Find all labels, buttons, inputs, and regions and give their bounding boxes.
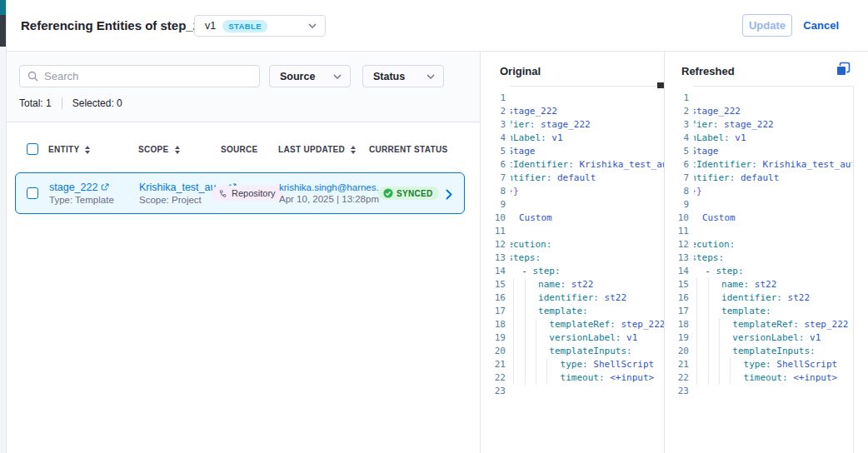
total-count: Total: 1	[19, 97, 52, 109]
indent-guide	[525, 345, 526, 358]
sort-icon[interactable]	[175, 146, 180, 154]
diff-header: Original Refreshed	[481, 52, 868, 86]
indent-guide	[708, 318, 709, 331]
code-line: 19versionLabel: v1	[664, 331, 852, 345]
indent-guide	[730, 371, 731, 385]
line-number: 1	[664, 92, 689, 105]
line-number: 6	[664, 158, 689, 172]
indent-guide	[719, 358, 720, 371]
line-number: 12	[664, 238, 689, 251]
code-line: 22timeout: <+input>	[481, 371, 664, 385]
indent-guide	[513, 371, 514, 385]
line-number: 21	[664, 358, 689, 371]
code-line: 4nLabel: v1	[481, 132, 664, 145]
line-number: 23	[481, 385, 506, 398]
indent-guide	[708, 331, 709, 345]
line-number: 14	[664, 265, 689, 278]
filter-bar: Source Status Total: 1 Selected: 0	[7, 52, 480, 122]
line-number: 4	[481, 132, 506, 145]
source-filter-dropdown[interactable]: Source	[269, 65, 351, 87]
code-line: 1	[481, 92, 664, 105]
indent-guide	[513, 278, 514, 291]
code-line: 15name: st22	[481, 278, 664, 291]
entity-name-link[interactable]: stage_222	[49, 182, 97, 193]
cancel-button[interactable]: Cancel	[803, 19, 839, 32]
code-line: 7ntifier: default	[481, 172, 664, 185]
chevron-right-icon[interactable]	[446, 189, 453, 200]
indent-guide	[525, 278, 526, 291]
indent-guide	[536, 371, 536, 385]
code-line: 2stage_222	[481, 105, 664, 118]
indent-guide	[513, 305, 514, 318]
indent-guide	[696, 305, 697, 318]
code-line: 10Custom	[481, 212, 664, 225]
code-line: 8{}	[481, 185, 664, 198]
indent-guide	[696, 278, 697, 291]
code-line: 1	[664, 92, 852, 105]
indent-guide	[696, 371, 697, 385]
source-badge-label: Repository	[232, 188, 276, 198]
indent-guide	[708, 278, 709, 291]
indent-guide	[525, 318, 526, 331]
search-input[interactable]	[44, 70, 252, 82]
row-checkbox[interactable]	[27, 187, 38, 199]
status-filter-dropdown[interactable]: Status	[362, 65, 444, 87]
indent-guide	[696, 331, 697, 345]
indent-guide	[719, 331, 720, 345]
line-number: 18	[481, 318, 506, 331]
line-number: 3	[664, 118, 689, 132]
code-line: 3fier: stage_222	[481, 118, 664, 132]
code-line: 22timeout: <+input>	[664, 371, 852, 385]
indent-guide	[719, 318, 720, 331]
dialog-header: Referencing Entities of step_222 v1 STAB…	[7, 0, 868, 52]
column-header-source: SOURCE	[221, 145, 258, 154]
code-line: 23	[664, 385, 852, 398]
code-line: 6tIdentifier: Krishika_test_aut	[664, 158, 852, 172]
pane-right-border	[853, 86, 854, 453]
line-number: 14	[481, 265, 506, 278]
update-button[interactable]: Update	[742, 14, 792, 37]
code-line: 18templateRef: step_222	[481, 318, 664, 331]
original-code-pane[interactable]: 12stage_2223fier: stage_2224nLabel: v15S…	[481, 86, 664, 453]
code-line: 23	[481, 385, 664, 398]
original-pane-title: Original	[500, 65, 541, 77]
copy-icon[interactable]	[836, 62, 851, 80]
horizontal-scrollbar-thumb[interactable]	[657, 82, 664, 88]
page-title: Referencing Entities of step_222	[21, 18, 214, 32]
select-all-checkbox[interactable]	[27, 143, 38, 155]
line-number: 22	[664, 371, 689, 385]
refreshed-code: 12stage_2223fier: stage_2224nLabel: v15S…	[664, 86, 852, 398]
version-select[interactable]: v1 STABLE	[194, 15, 326, 37]
line-number: 11	[481, 225, 506, 238]
code-line: 13steps:	[664, 251, 852, 265]
code-line: 14- step:	[664, 265, 852, 278]
code-line: 17template:	[481, 305, 664, 318]
line-number: 2	[481, 105, 506, 118]
code-line: 10Custom	[664, 212, 852, 225]
line-number: 13	[664, 251, 689, 265]
refreshed-code-pane[interactable]: 12stage_2223fier: stage_2224nLabel: v15S…	[664, 86, 868, 453]
code-line: 7ntifier: default	[664, 172, 852, 185]
code-line: 11	[481, 225, 664, 238]
indent-guide	[513, 318, 514, 331]
indent-guide	[513, 358, 514, 371]
code-line: 9	[481, 198, 664, 212]
git-repository-icon	[218, 189, 227, 198]
code-line: 8{}	[664, 185, 852, 198]
search-box[interactable]	[19, 65, 260, 87]
code-line: 16identifier: st22	[664, 291, 852, 305]
source-filter-label: Source	[280, 71, 315, 82]
updated-at: Apr 10, 2025 | 13:28pm	[279, 194, 384, 204]
external-link-icon[interactable]	[101, 183, 109, 192]
sort-icon[interactable]	[85, 146, 90, 154]
sort-icon[interactable]	[351, 146, 356, 154]
indent-guide	[525, 331, 526, 345]
line-number: 11	[664, 225, 689, 238]
table-row[interactable]: stage_222 Type: Template Krishika_test_a…	[15, 172, 465, 214]
referencing-entities-dialog: Referencing Entities of step_222 v1 STAB…	[0, 0, 868, 453]
code-line: 12ecution:	[664, 238, 852, 251]
column-header-last-updated: LAST UPDATED	[278, 145, 356, 154]
updated-by-link[interactable]: krishika.singh@harnes...	[279, 182, 384, 192]
indent-guide	[546, 358, 547, 371]
result-counts: Total: 1 Selected: 0	[19, 97, 122, 109]
